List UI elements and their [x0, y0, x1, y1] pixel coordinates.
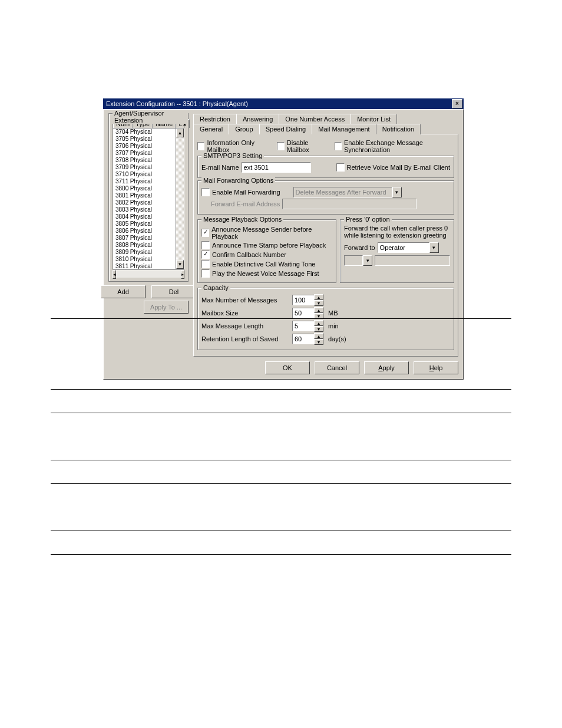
- table-row[interactable]: 3809Physical0: [113, 249, 184, 256]
- delete-after-forward-combo[interactable]: Delete Messages After Forward: [293, 187, 402, 197]
- mail-forwarding-group: Mail Forwarding Options Enable Mail Forw…: [197, 180, 454, 215]
- table-row[interactable]: 3807Physical0: [113, 235, 184, 242]
- forward-to-sub-combo[interactable]: [344, 255, 372, 266]
- table-row[interactable]: 3711Physical0: [113, 178, 184, 185]
- spin-up-icon[interactable]: ▲: [314, 307, 323, 313]
- ok-button[interactable]: OK: [265, 361, 310, 374]
- tab-group[interactable]: Group: [229, 124, 260, 134]
- table-row[interactable]: 3803Physical0: [113, 206, 184, 213]
- playback-legend: Message Playback Options: [201, 216, 283, 223]
- press-zero-group: Press '0' option Forward the call when c…: [340, 219, 454, 283]
- apply-button[interactable]: Apply: [364, 361, 409, 374]
- table-row[interactable]: 3709Physical0: [113, 164, 184, 171]
- disable-mailbox-checkbox[interactable]: [277, 142, 284, 150]
- table-row[interactable]: 3805Physical0: [113, 220, 184, 228]
- mailbox-size-unit: MB: [328, 309, 338, 317]
- apply-to-button[interactable]: Apply To ...: [144, 301, 189, 314]
- table-row[interactable]: 3706Physical0: [113, 143, 184, 150]
- max-length-spinner[interactable]: 5▲▼: [292, 320, 323, 332]
- disable-mailbox-label: Disable Mailbox: [287, 139, 326, 153]
- del-button[interactable]: Del: [151, 285, 196, 298]
- enable-forwarding-checkbox[interactable]: [201, 188, 210, 196]
- tab-general[interactable]: General: [193, 124, 229, 134]
- table-row[interactable]: 3801Physical0: [113, 192, 184, 199]
- mailbox-size-label: Mailbox Size: [201, 309, 290, 317]
- spin-down-icon[interactable]: ▼: [314, 300, 323, 306]
- enable-forwarding-label: Enable Mail Forwarding: [212, 189, 280, 196]
- extension-list-legend: Agent/Supervisor Extension: [113, 110, 188, 124]
- retention-label: Retention Length of Saved: [201, 335, 290, 342]
- table-row[interactable]: 3705Physical0: [113, 136, 184, 143]
- spin-up-icon[interactable]: ▲: [314, 294, 323, 300]
- table-row[interactable]: 3710Physical0: [113, 171, 184, 178]
- extension-list-group: Agent/Supervisor Extension Num Type Name…: [108, 113, 189, 282]
- chevron-down-icon[interactable]: [363, 255, 372, 266]
- newest-first-label: Play the Newest Voice Message First: [212, 270, 319, 277]
- confirm-callback-checkbox[interactable]: [201, 251, 210, 259]
- max-messages-spinner[interactable]: 100▲▼: [292, 294, 323, 306]
- tab-answering[interactable]: Answering: [236, 114, 279, 124]
- scroll-down-icon[interactable]: ▼: [176, 260, 184, 269]
- table-row[interactable]: 3804Physical0: [113, 213, 184, 220]
- smtp-legend: SMTP/POP3 Setting: [201, 152, 264, 159]
- tab-monitor-list[interactable]: Monitor List: [351, 114, 397, 124]
- extension-listbox[interactable]: 3704Physical03705Physical03706Physical03…: [113, 128, 184, 269]
- email-name-field[interactable]: ext 3501: [242, 162, 311, 173]
- table-row[interactable]: 3810Physical0: [113, 256, 184, 263]
- forward-to-value-field[interactable]: [375, 255, 450, 266]
- max-length-label: Max Message Length: [201, 322, 290, 330]
- help-button[interactable]: Help: [414, 361, 458, 374]
- retention-spinner[interactable]: 60▲▼: [292, 333, 323, 345]
- announce-sender-checkbox[interactable]: [201, 229, 209, 237]
- table-row[interactable]: 3800Physical0: [113, 185, 184, 192]
- spin-down-icon[interactable]: ▼: [314, 326, 323, 332]
- max-messages-label: Max Number of Messages: [201, 297, 290, 304]
- newest-first-checkbox[interactable]: [201, 269, 210, 278]
- table-row[interactable]: 3808Physical0: [113, 242, 184, 249]
- table-row[interactable]: 3708Physical0: [113, 157, 184, 164]
- tab-restriction[interactable]: Restriction: [193, 114, 237, 124]
- spin-up-icon[interactable]: ▲: [314, 320, 323, 326]
- tab-mail-management[interactable]: Mail Management: [312, 124, 376, 134]
- tab-notification[interactable]: Notification: [376, 124, 421, 134]
- tabs-row-1: Restriction Answering One Number Access …: [193, 113, 458, 123]
- mailbox-size-spinner[interactable]: 50▲▼: [292, 307, 323, 319]
- announce-timestamp-checkbox[interactable]: [201, 241, 210, 249]
- titlebar: Extension Configuration -- 3501 : Physic…: [103, 98, 464, 109]
- window-title: Extension Configuration -- 3501 : Physic…: [104, 98, 452, 109]
- forward-address-label: Forward E-mail Address: [211, 200, 280, 207]
- forward-address-field[interactable]: [282, 199, 416, 209]
- table-row[interactable]: 3811Physical0: [113, 263, 184, 269]
- tab-speed-dialing[interactable]: Speed Dialing: [259, 124, 313, 134]
- spin-down-icon[interactable]: ▼: [314, 339, 323, 345]
- vertical-scrollbar[interactable]: ▲ ▼: [176, 129, 184, 269]
- table-row[interactable]: 3806Physical0: [113, 228, 184, 235]
- table-row[interactable]: 3707Physical0: [113, 150, 184, 157]
- scroll-up-icon[interactable]: ▲: [176, 129, 184, 137]
- horizontal-scrollbar[interactable]: ◂ ▸: [113, 269, 184, 278]
- chevron-down-icon[interactable]: [429, 242, 439, 253]
- close-icon[interactable]: ×: [452, 99, 462, 108]
- chevron-down-icon[interactable]: [392, 187, 402, 197]
- press-zero-desc: Forward the call when caller press 0 whi…: [344, 225, 450, 239]
- table-row[interactable]: 3704Physical0: [113, 129, 184, 136]
- retention-unit: day(s): [328, 335, 346, 342]
- spin-up-icon[interactable]: ▲: [314, 333, 323, 339]
- table-row[interactable]: 3802Physical0: [113, 199, 184, 206]
- capacity-legend: Capacity: [201, 284, 230, 291]
- playback-group: Message Playback Options Announce Messag…: [197, 219, 336, 283]
- retrieve-checkbox[interactable]: [336, 163, 345, 172]
- tab-one-number-access[interactable]: One Number Access: [279, 114, 351, 124]
- email-name-label: E-mail Name: [201, 164, 239, 171]
- mail-forwarding-legend: Mail Forwarding Options: [201, 177, 275, 184]
- distinctive-tone-label: Enable Distinctive Call Waiting Tone: [212, 261, 315, 268]
- info-only-checkbox[interactable]: [197, 142, 204, 150]
- cancel-button[interactable]: Cancel: [315, 361, 359, 374]
- forward-to-combo[interactable]: Operator: [378, 242, 439, 253]
- distinctive-tone-checkbox[interactable]: [201, 260, 210, 268]
- announce-sender-label: Announce Message Sender before Playback: [211, 226, 332, 240]
- scroll-right-icon[interactable]: ▸: [181, 270, 184, 279]
- add-button[interactable]: Add: [101, 285, 146, 298]
- mail-management-page: Information Only Mailbox Disable Mailbox…: [193, 134, 458, 357]
- sync-checkbox[interactable]: [335, 142, 342, 150]
